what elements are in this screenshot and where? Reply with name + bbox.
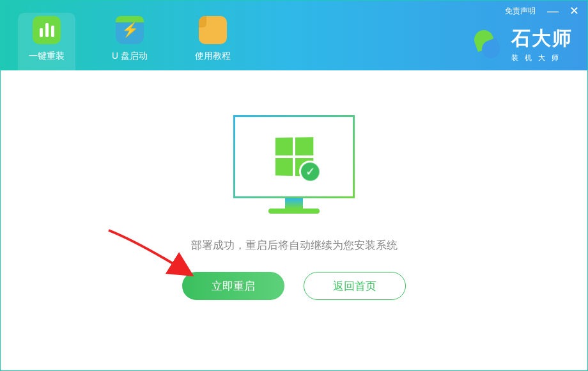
- minimize-icon[interactable]: —: [547, 5, 557, 17]
- tab-label: 一键重装: [29, 51, 65, 62]
- logo-title: 石大师: [511, 26, 573, 52]
- window-controls: 免责声明 — ✕: [505, 5, 579, 17]
- tab-usb-boot[interactable]: ⚡ U 盘启动: [101, 13, 159, 70]
- windows-icon: ✓: [275, 137, 313, 176]
- logo-subtitle: 装机大师: [511, 53, 573, 63]
- brand-logo: 石大师 装机大师: [472, 26, 573, 63]
- app-header: 一键重装 ⚡ U 盘启动 使用教程 免责声明 — ✕ 石大师 装机大师: [0, 0, 588, 70]
- tab-label: U 盘启动: [112, 51, 148, 62]
- monitor-illustration: ✓: [233, 115, 355, 214]
- tab-tutorial[interactable]: 使用教程: [184, 13, 242, 70]
- book-icon: [199, 16, 227, 44]
- bars-icon: [33, 16, 61, 44]
- usb-icon: ⚡: [116, 16, 144, 44]
- close-icon[interactable]: ✕: [569, 5, 579, 17]
- home-button[interactable]: 返回首页: [304, 272, 406, 300]
- tab-label: 使用教程: [195, 51, 231, 62]
- logo-icon: [472, 29, 502, 59]
- nav-tabs: 一键重装 ⚡ U 盘启动 使用教程: [0, 0, 242, 70]
- checkmark-icon: ✓: [299, 161, 321, 183]
- restart-button[interactable]: 立即重启: [182, 272, 284, 300]
- main-content: ✓ 部署成功，重启后将自动继续为您安装系统 立即重启 返回首页: [0, 70, 588, 300]
- status-message: 部署成功，重启后将自动继续为您安装系统: [191, 238, 398, 253]
- tab-reinstall[interactable]: 一键重装: [18, 13, 75, 70]
- action-buttons: 立即重启 返回首页: [182, 272, 406, 300]
- disclaimer-link[interactable]: 免责声明: [505, 6, 536, 17]
